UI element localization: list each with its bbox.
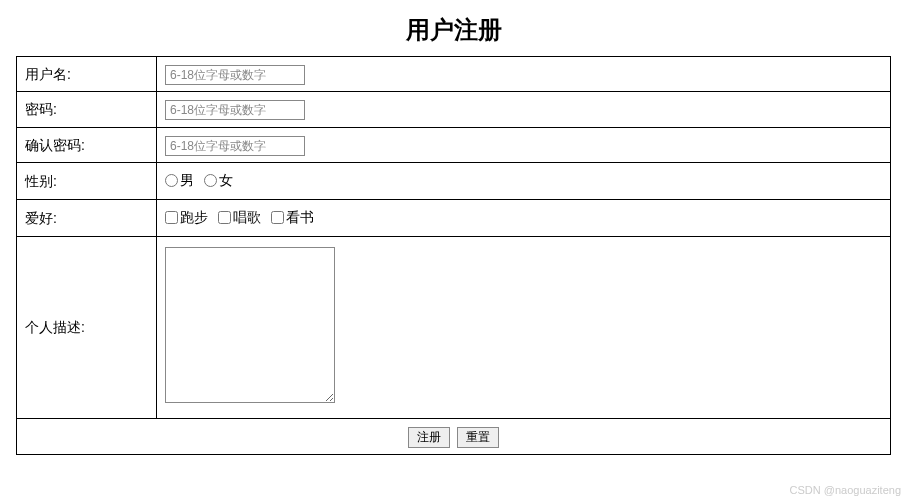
row-hobby: 爱好: 跑步 唱歌 看书 xyxy=(17,200,891,237)
gender-label-female: 女 xyxy=(219,169,233,191)
row-password: 密码: xyxy=(17,92,891,127)
reset-button[interactable]: 重置 xyxy=(457,427,499,448)
form-title: 用户注册 xyxy=(0,0,907,56)
hobby-option-singing[interactable]: 唱歌 xyxy=(218,206,261,228)
label-gender: 性别: xyxy=(17,163,157,200)
hobby-checkbox-reading[interactable] xyxy=(271,211,284,224)
hobby-checkbox-running[interactable] xyxy=(165,211,178,224)
form-table: 用户名: 密码: 确认密码: 性别: 男 xyxy=(16,56,891,455)
confirm-password-input[interactable] xyxy=(165,136,305,156)
label-hobby: 爱好: xyxy=(17,200,157,237)
row-gender: 性别: 男 女 xyxy=(17,163,891,200)
registration-form-container: 用户注册 用户名: 密码: 确认密码: 性别: 男 xyxy=(0,0,907,455)
hobby-label-running: 跑步 xyxy=(180,206,208,228)
password-input[interactable] xyxy=(165,100,305,120)
hobby-option-running[interactable]: 跑步 xyxy=(165,206,208,228)
label-password: 密码: xyxy=(17,92,157,127)
hobby-checkbox-singing[interactable] xyxy=(218,211,231,224)
hobby-label-reading: 看书 xyxy=(286,206,314,228)
label-description: 个人描述: xyxy=(17,237,157,418)
gender-label-male: 男 xyxy=(180,169,194,191)
cell-password-input xyxy=(157,92,891,127)
row-confirm-password: 确认密码: xyxy=(17,127,891,162)
label-username: 用户名: xyxy=(17,57,157,92)
gender-radio-female[interactable] xyxy=(204,174,217,187)
gender-radio-male[interactable] xyxy=(165,174,178,187)
hobby-label-singing: 唱歌 xyxy=(233,206,261,228)
description-textarea[interactable] xyxy=(165,247,335,403)
cell-gender-options: 男 女 xyxy=(157,163,891,200)
cell-confirm-password-input xyxy=(157,127,891,162)
cell-description-input xyxy=(157,237,891,418)
row-username: 用户名: xyxy=(17,57,891,92)
submit-button[interactable]: 注册 xyxy=(408,427,450,448)
cell-username-input xyxy=(157,57,891,92)
cell-buttons: 注册 重置 xyxy=(17,418,891,454)
cell-hobby-options: 跑步 唱歌 看书 xyxy=(157,200,891,237)
row-buttons: 注册 重置 xyxy=(17,418,891,454)
label-confirm-password: 确认密码: xyxy=(17,127,157,162)
row-description: 个人描述: xyxy=(17,237,891,418)
gender-option-male[interactable]: 男 xyxy=(165,169,194,191)
hobby-option-reading[interactable]: 看书 xyxy=(271,206,314,228)
gender-option-female[interactable]: 女 xyxy=(204,169,233,191)
username-input[interactable] xyxy=(165,65,305,85)
